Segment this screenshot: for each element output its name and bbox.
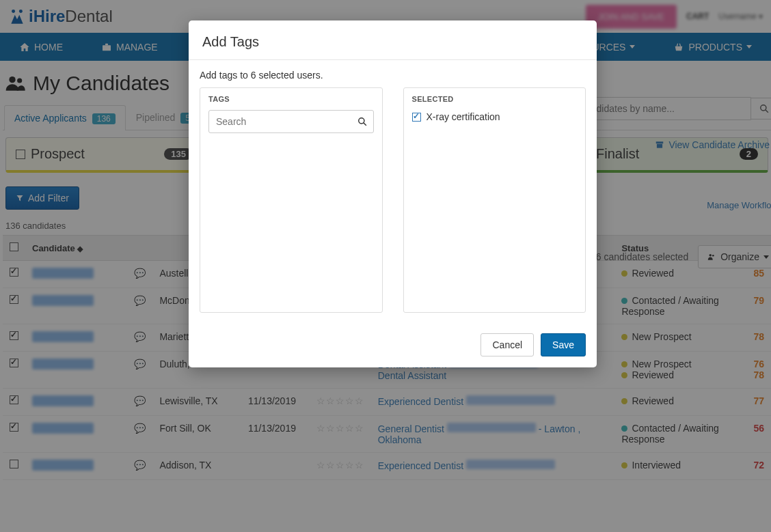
search-icon[interactable] [357,117,367,126]
tag-search-input[interactable] [208,110,374,133]
selected-tag-item[interactable]: X-ray certification [412,110,578,124]
modal-header: Add Tags [189,20,597,60]
tag-label: X-ray certification [427,111,500,122]
selected-panel: SELECTED X-ray certification [403,87,586,313]
modal-title: Add Tags [202,34,583,50]
tags-heading: TAGS [208,95,374,103]
svg-point-12 [358,118,364,124]
tag-checkbox[interactable] [412,113,421,122]
cancel-button[interactable]: Cancel [481,333,534,356]
selected-heading: SELECTED [412,95,578,103]
modal-subtitle: Add tags to 6 selected users. [200,70,586,81]
add-tags-modal: Add Tags Add tags to 6 selected users. T… [189,20,597,367]
save-button[interactable]: Save [541,333,586,356]
svg-line-13 [363,123,366,126]
tags-panel: TAGS [200,87,383,313]
